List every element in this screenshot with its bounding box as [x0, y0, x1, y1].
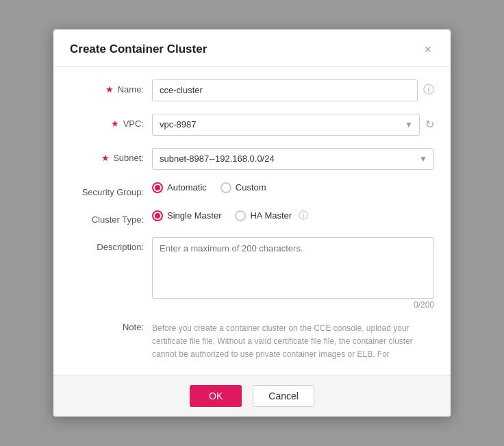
cluster-type-single-master-radio[interactable]	[152, 210, 163, 221]
description-textarea-wrap: 0/200	[152, 237, 434, 310]
vpc-select[interactable]: vpc-8987	[152, 114, 420, 136]
vpc-refresh-icon[interactable]: ↻	[425, 118, 434, 131]
security-group-automatic-dot	[155, 185, 160, 190]
security-group-row: Security Group: Automatic Custom	[70, 182, 434, 197]
vpc-label: ★ VPC:	[70, 114, 152, 129]
vpc-row: ★ VPC: vpc-8987 ▼ ↻	[70, 114, 434, 136]
note-row: Note: Before you create a container clus…	[70, 322, 434, 362]
description-row: Description: 0/200	[70, 237, 434, 310]
security-group-radio-group: Automatic Custom	[152, 182, 266, 193]
cancel-button[interactable]: Cancel	[253, 385, 314, 407]
create-container-cluster-dialog: Create Container Cluster × ★ Name: ⓘ ★ V…	[53, 29, 451, 417]
vpc-required-star: ★	[111, 119, 119, 129]
ok-button[interactable]: OK	[190, 385, 242, 407]
name-control-wrap: ⓘ	[152, 79, 434, 101]
description-char-count: 0/200	[152, 300, 434, 310]
name-label: ★ Name:	[70, 79, 152, 95]
name-required-star: ★	[105, 84, 114, 95]
note-label: Note:	[70, 322, 152, 332]
security-group-label: Security Group:	[70, 182, 152, 197]
security-group-automatic-option[interactable]: Automatic	[152, 182, 207, 193]
dialog-footer: OK Cancel	[53, 375, 451, 417]
note-text: Before you create a container cluster on…	[152, 322, 434, 362]
subnet-label: ★ Subnet:	[70, 148, 152, 163]
description-textarea[interactable]	[152, 237, 434, 299]
ha-master-help-icon[interactable]: ⓘ	[299, 210, 308, 222]
cluster-type-radio-group: Single Master HA Master ⓘ	[152, 210, 308, 222]
cluster-type-label: Cluster Type:	[70, 210, 152, 225]
cluster-type-ha-master-radio[interactable]	[235, 210, 246, 221]
security-group-custom-option[interactable]: Custom	[220, 182, 266, 193]
subnet-control-wrap: subnet-8987--192.168.0.0/24 ▼	[152, 148, 434, 170]
security-group-control-wrap: Automatic Custom	[152, 182, 434, 193]
dialog-title: Create Container Cluster	[70, 42, 207, 56]
security-group-automatic-radio[interactable]	[152, 182, 163, 193]
name-help-icon[interactable]: ⓘ	[423, 83, 434, 97]
subnet-row: ★ Subnet: subnet-8987--192.168.0.0/24 ▼	[70, 148, 434, 170]
subnet-select[interactable]: subnet-8987--192.168.0.0/24	[152, 148, 434, 170]
subnet-required-star: ★	[101, 153, 110, 163]
cluster-type-single-master-option[interactable]: Single Master	[152, 210, 221, 221]
security-group-custom-radio[interactable]	[220, 182, 231, 193]
subnet-select-wrap: subnet-8987--192.168.0.0/24 ▼	[152, 148, 434, 170]
cluster-type-ha-master-option[interactable]: HA Master ⓘ	[235, 210, 308, 222]
dialog-header: Create Container Cluster ×	[53, 29, 451, 67]
dialog-body: ★ Name: ⓘ ★ VPC: vpc-8987 ▼ ↻	[53, 67, 451, 375]
name-row: ★ Name: ⓘ	[70, 79, 434, 101]
vpc-control-wrap: vpc-8987 ▼ ↻	[152, 114, 434, 136]
vpc-select-wrap: vpc-8987 ▼	[152, 114, 420, 136]
cluster-type-row: Cluster Type: Single Master HA Master ⓘ	[70, 210, 434, 225]
description-label: Description:	[70, 237, 152, 252]
cluster-type-control-wrap: Single Master HA Master ⓘ	[152, 210, 434, 222]
cluster-type-single-master-dot	[155, 213, 160, 219]
name-input[interactable]	[152, 79, 418, 101]
close-button[interactable]: ×	[421, 42, 434, 57]
